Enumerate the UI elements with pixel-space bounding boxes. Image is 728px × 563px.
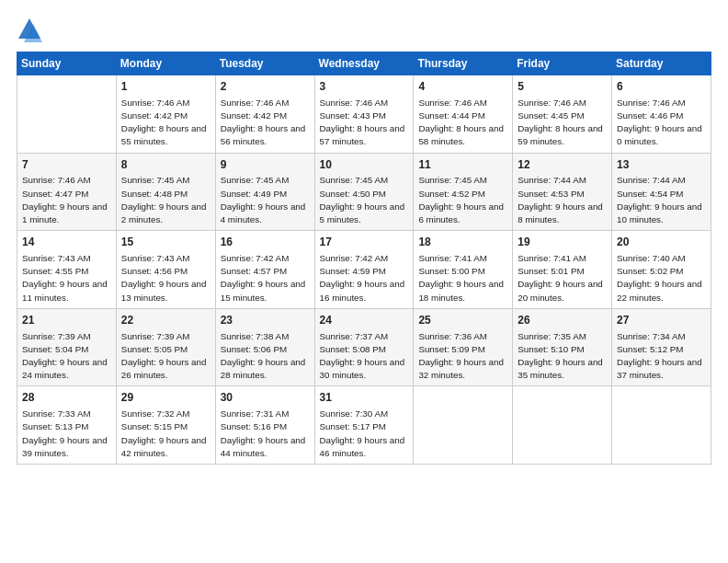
cell-info: Sunrise: 7:42 AMSunset: 4:59 PMDaylight:… bbox=[320, 252, 409, 304]
header-day-monday: Monday bbox=[116, 52, 215, 75]
calendar-cell: 21Sunrise: 7:39 AMSunset: 5:04 PMDayligh… bbox=[17, 308, 117, 386]
calendar-cell: 31Sunrise: 7:30 AMSunset: 5:17 PMDayligh… bbox=[314, 386, 414, 465]
cell-day-number: 30 bbox=[221, 390, 310, 406]
calendar-cell: 20Sunrise: 7:40 AMSunset: 5:02 PMDayligh… bbox=[612, 231, 711, 309]
cell-day-number: 23 bbox=[221, 313, 310, 328]
cell-day-number: 29 bbox=[121, 390, 210, 406]
calendar-cell: 6Sunrise: 7:46 AMSunset: 4:46 PMDaylight… bbox=[612, 75, 711, 154]
calendar-cell: 7Sunrise: 7:46 AMSunset: 4:47 PMDaylight… bbox=[17, 153, 117, 231]
cell-day-number: 27 bbox=[617, 313, 706, 328]
cell-info: Sunrise: 7:43 AMSunset: 4:55 PMDaylight:… bbox=[22, 252, 111, 304]
header-day-wednesday: Wednesday bbox=[314, 52, 414, 75]
cell-info: Sunrise: 7:46 AMSunset: 4:42 PMDaylight:… bbox=[221, 97, 310, 149]
cell-info: Sunrise: 7:46 AMSunset: 4:46 PMDaylight:… bbox=[617, 97, 706, 149]
cell-day-number: 1 bbox=[121, 79, 210, 95]
cell-info: Sunrise: 7:44 AMSunset: 4:54 PMDaylight:… bbox=[617, 174, 706, 226]
header-day-friday: Friday bbox=[513, 52, 612, 75]
cell-info: Sunrise: 7:46 AMSunset: 4:44 PMDaylight:… bbox=[418, 97, 507, 149]
cell-day-number: 2 bbox=[221, 79, 310, 95]
calendar-cell: 23Sunrise: 7:38 AMSunset: 5:06 PMDayligh… bbox=[215, 308, 314, 386]
cell-info: Sunrise: 7:41 AMSunset: 5:00 PMDaylight:… bbox=[418, 252, 507, 304]
cell-info: Sunrise: 7:43 AMSunset: 4:56 PMDaylight:… bbox=[121, 252, 210, 304]
cell-day-number: 5 bbox=[518, 79, 607, 95]
cell-info: Sunrise: 7:38 AMSunset: 5:06 PMDaylight:… bbox=[221, 330, 310, 383]
calendar-week-3: 14Sunrise: 7:43 AMSunset: 4:55 PMDayligh… bbox=[17, 231, 711, 309]
cell-day-number: 22 bbox=[121, 313, 210, 328]
cell-day-number: 11 bbox=[418, 157, 507, 173]
cell-day-number: 20 bbox=[617, 235, 706, 250]
cell-day-number: 3 bbox=[320, 79, 409, 95]
calendar-cell: 11Sunrise: 7:45 AMSunset: 4:52 PMDayligh… bbox=[414, 153, 513, 231]
cell-day-number: 6 bbox=[617, 79, 706, 95]
calendar-week-2: 7Sunrise: 7:46 AMSunset: 4:47 PMDaylight… bbox=[17, 153, 711, 231]
cell-day-number: 21 bbox=[22, 313, 111, 328]
cell-info: Sunrise: 7:45 AMSunset: 4:48 PMDaylight:… bbox=[121, 174, 210, 226]
calendar-cell: 9Sunrise: 7:45 AMSunset: 4:49 PMDaylight… bbox=[215, 153, 314, 231]
calendar-cell: 12Sunrise: 7:44 AMSunset: 4:53 PMDayligh… bbox=[513, 153, 612, 231]
calendar-week-1: 1Sunrise: 7:46 AMSunset: 4:42 PMDaylight… bbox=[17, 75, 711, 154]
cell-info: Sunrise: 7:39 AMSunset: 5:05 PMDaylight:… bbox=[121, 330, 210, 383]
calendar-cell: 10Sunrise: 7:45 AMSunset: 4:50 PMDayligh… bbox=[314, 153, 414, 231]
cell-info: Sunrise: 7:46 AMSunset: 4:42 PMDaylight:… bbox=[121, 97, 210, 149]
cell-day-number: 31 bbox=[320, 390, 409, 406]
cell-info: Sunrise: 7:46 AMSunset: 4:45 PMDaylight:… bbox=[518, 97, 607, 149]
cell-info: Sunrise: 7:30 AMSunset: 5:17 PMDaylight:… bbox=[320, 408, 409, 460]
cell-info: Sunrise: 7:40 AMSunset: 5:02 PMDaylight:… bbox=[617, 252, 706, 304]
calendar-cell: 15Sunrise: 7:43 AMSunset: 4:56 PMDayligh… bbox=[116, 231, 215, 309]
cell-day-number: 15 bbox=[121, 235, 210, 250]
calendar-cell: 24Sunrise: 7:37 AMSunset: 5:08 PMDayligh… bbox=[314, 308, 414, 386]
logo-icon bbox=[17, 17, 42, 42]
calendar-cell: 22Sunrise: 7:39 AMSunset: 5:05 PMDayligh… bbox=[116, 308, 215, 386]
cell-day-number: 9 bbox=[221, 157, 310, 173]
cell-info: Sunrise: 7:45 AMSunset: 4:52 PMDaylight:… bbox=[418, 174, 507, 226]
calendar-header-row: SundayMondayTuesdayWednesdayThursdayFrid… bbox=[17, 52, 711, 75]
cell-day-number: 12 bbox=[518, 157, 607, 173]
header-day-saturday: Saturday bbox=[612, 52, 711, 75]
cell-info: Sunrise: 7:45 AMSunset: 4:49 PMDaylight:… bbox=[221, 174, 310, 226]
page: SundayMondayTuesdayWednesdayThursdayFrid… bbox=[0, 0, 728, 563]
calendar-cell: 28Sunrise: 7:33 AMSunset: 5:13 PMDayligh… bbox=[17, 386, 117, 465]
cell-day-number: 8 bbox=[121, 157, 210, 173]
calendar-cell: 16Sunrise: 7:42 AMSunset: 4:57 PMDayligh… bbox=[215, 231, 314, 309]
calendar-cell: 18Sunrise: 7:41 AMSunset: 5:00 PMDayligh… bbox=[414, 231, 513, 309]
cell-info: Sunrise: 7:42 AMSunset: 4:57 PMDaylight:… bbox=[221, 252, 310, 304]
calendar-cell: 5Sunrise: 7:46 AMSunset: 4:45 PMDaylight… bbox=[513, 75, 612, 154]
cell-info: Sunrise: 7:41 AMSunset: 5:01 PMDaylight:… bbox=[518, 252, 607, 304]
calendar-cell bbox=[17, 75, 117, 154]
cell-info: Sunrise: 7:46 AMSunset: 4:47 PMDaylight:… bbox=[22, 174, 111, 226]
header-day-tuesday: Tuesday bbox=[215, 52, 314, 75]
cell-info: Sunrise: 7:44 AMSunset: 4:53 PMDaylight:… bbox=[518, 174, 607, 226]
calendar-cell: 30Sunrise: 7:31 AMSunset: 5:16 PMDayligh… bbox=[215, 386, 314, 465]
cell-info: Sunrise: 7:36 AMSunset: 5:09 PMDaylight:… bbox=[418, 330, 507, 383]
calendar-cell: 19Sunrise: 7:41 AMSunset: 5:01 PMDayligh… bbox=[513, 231, 612, 309]
calendar-week-5: 28Sunrise: 7:33 AMSunset: 5:13 PMDayligh… bbox=[17, 386, 711, 465]
calendar-cell: 3Sunrise: 7:46 AMSunset: 4:43 PMDaylight… bbox=[314, 75, 414, 154]
cell-info: Sunrise: 7:46 AMSunset: 4:43 PMDaylight:… bbox=[320, 97, 409, 149]
calendar-cell: 2Sunrise: 7:46 AMSunset: 4:42 PMDaylight… bbox=[215, 75, 314, 154]
cell-day-number: 28 bbox=[22, 390, 111, 406]
cell-day-number: 13 bbox=[617, 157, 706, 173]
cell-day-number: 4 bbox=[418, 79, 507, 95]
calendar-cell: 4Sunrise: 7:46 AMSunset: 4:44 PMDaylight… bbox=[414, 75, 513, 154]
calendar-table: SundayMondayTuesdayWednesdayThursdayFrid… bbox=[17, 52, 711, 465]
calendar-cell: 13Sunrise: 7:44 AMSunset: 4:54 PMDayligh… bbox=[612, 153, 711, 231]
cell-info: Sunrise: 7:39 AMSunset: 5:04 PMDaylight:… bbox=[22, 330, 111, 383]
calendar-cell: 27Sunrise: 7:34 AMSunset: 5:12 PMDayligh… bbox=[612, 308, 711, 386]
cell-day-number: 18 bbox=[418, 235, 507, 250]
calendar-cell bbox=[513, 386, 612, 465]
calendar-cell: 26Sunrise: 7:35 AMSunset: 5:10 PMDayligh… bbox=[513, 308, 612, 386]
header-day-thursday: Thursday bbox=[414, 52, 513, 75]
cell-day-number: 19 bbox=[518, 235, 607, 250]
cell-info: Sunrise: 7:45 AMSunset: 4:50 PMDaylight:… bbox=[320, 174, 409, 226]
header-day-sunday: Sunday bbox=[17, 52, 117, 75]
header bbox=[17, 17, 711, 42]
cell-info: Sunrise: 7:35 AMSunset: 5:10 PMDaylight:… bbox=[518, 330, 607, 383]
cell-day-number: 24 bbox=[320, 313, 409, 328]
logo bbox=[17, 17, 46, 42]
cell-info: Sunrise: 7:34 AMSunset: 5:12 PMDaylight:… bbox=[617, 330, 706, 383]
calendar-cell: 17Sunrise: 7:42 AMSunset: 4:59 PMDayligh… bbox=[314, 231, 414, 309]
calendar-cell: 14Sunrise: 7:43 AMSunset: 4:55 PMDayligh… bbox=[17, 231, 117, 309]
cell-day-number: 26 bbox=[518, 313, 607, 328]
cell-day-number: 7 bbox=[22, 157, 111, 173]
calendar-cell bbox=[414, 386, 513, 465]
